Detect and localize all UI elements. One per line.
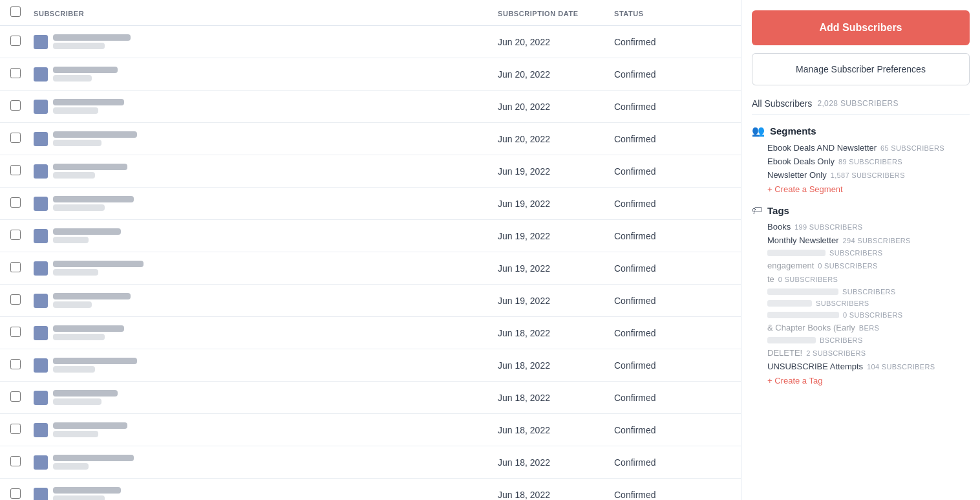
tag-item[interactable]: SUBSCRIBERS <box>752 286 970 298</box>
subscriber-email <box>53 75 92 82</box>
subscriber-cell <box>34 455 498 470</box>
row-checkbox[interactable] <box>10 36 21 46</box>
row-checkbox-col <box>10 100 34 113</box>
status-badge: Confirmed <box>614 328 730 338</box>
row-checkbox[interactable] <box>10 456 21 466</box>
tag-name: Books <box>767 222 791 232</box>
subscriber-cell <box>34 131 498 146</box>
tag-item[interactable]: UNSUBSCRIBE Attempts 104 SUBSCRIBERS <box>752 360 970 373</box>
table-row[interactable]: Jun 18, 2022 Confirmed <box>0 446 741 479</box>
table-row[interactable]: Jun 20, 2022 Confirmed <box>0 123 741 155</box>
manage-prefs-button[interactable]: Manage Subscriber Preferences <box>752 53 970 85</box>
tag-item[interactable]: engagement 0 SUBSCRIBERS <box>752 259 970 272</box>
tag-name: te <box>767 274 774 284</box>
subscriber-name <box>53 261 144 267</box>
subscription-date: Jun 18, 2022 <box>498 328 614 338</box>
table-row[interactable]: Jun 18, 2022 Confirmed <box>0 382 741 414</box>
table-row[interactable]: Jun 18, 2022 Confirmed <box>0 414 741 446</box>
all-subscribers-count: 2,028 SUBSCRIBERS <box>817 99 899 108</box>
table-body: Jun 20, 2022 Confirmed Jun 20, 2022 Conf… <box>0 26 741 500</box>
avatar <box>34 100 48 114</box>
subscriber-info <box>53 487 121 500</box>
tag-count: 0 SUBSCRIBERS <box>818 262 877 270</box>
tags-title: Tags <box>767 205 789 216</box>
tag-name-blurred <box>767 250 826 256</box>
segments-title: Segments <box>770 125 816 136</box>
table-row[interactable]: Jun 19, 2022 Confirmed <box>0 252 741 285</box>
row-checkbox[interactable] <box>10 488 21 499</box>
row-checkbox[interactable] <box>10 262 21 272</box>
tag-item[interactable]: Books 199 SUBSCRIBERS <box>752 220 970 234</box>
segment-count: 89 SUBSCRIBERS <box>838 158 902 166</box>
segment-name: Ebook Deals Only <box>767 157 835 166</box>
subscriber-name <box>53 164 127 170</box>
table-row[interactable]: Jun 18, 2022 Confirmed <box>0 349 741 382</box>
table-row[interactable]: Jun 18, 2022 Confirmed <box>0 317 741 349</box>
create-tag-link[interactable]: + Create a Tag <box>752 376 970 386</box>
header-checkbox-col <box>10 6 34 19</box>
row-checkbox-col <box>10 359 34 371</box>
row-checkbox[interactable] <box>10 133 21 143</box>
tag-item[interactable]: DELETE! 2 SUBSCRIBERS <box>752 346 970 360</box>
tag-item[interactable]: te 0 SUBSCRIBERS <box>752 272 970 286</box>
tag-item[interactable]: Monthly Newsletter 294 SUBSCRIBERS <box>752 234 970 247</box>
row-checkbox[interactable] <box>10 165 21 175</box>
subscriber-name <box>53 67 118 73</box>
row-checkbox[interactable] <box>10 100 21 111</box>
tag-name-blurred <box>767 288 838 295</box>
table-row[interactable]: Jun 20, 2022 Confirmed <box>0 58 741 91</box>
table-row[interactable]: Jun 19, 2022 Confirmed <box>0 155 741 188</box>
tag-item[interactable]: & Chapter Books (Early BERS <box>752 321 970 334</box>
subscriber-info <box>53 228 121 243</box>
row-checkbox[interactable] <box>10 391 21 402</box>
segments-header: 👥 Segments <box>752 125 970 137</box>
row-checkbox[interactable] <box>10 230 21 240</box>
row-checkbox-col <box>10 36 34 48</box>
tags-header: 🏷 Tags <box>752 204 970 216</box>
row-checkbox[interactable] <box>10 327 21 337</box>
table-row[interactable]: Jun 19, 2022 Confirmed <box>0 285 741 317</box>
create-segment-link[interactable]: + Create a Segment <box>752 184 970 194</box>
subscriber-name <box>53 325 124 332</box>
table-row[interactable]: Jun 18, 2022 Confirmed <box>0 479 741 500</box>
status-header-label: STATUS <box>614 10 644 17</box>
tag-item[interactable]: SUBSCRIBERS <box>752 298 970 309</box>
subscription-date: Jun 20, 2022 <box>498 69 614 80</box>
tag-item[interactable]: SUBSCRIBERS <box>752 247 970 259</box>
subscriber-name <box>53 196 134 202</box>
segment-item[interactable]: Ebook Deals Only 89 SUBSCRIBERS <box>752 155 970 168</box>
row-checkbox-col <box>10 133 34 145</box>
subscriber-email <box>53 398 101 405</box>
subscription-date: Jun 18, 2022 <box>498 457 614 468</box>
subscription-date: Jun 19, 2022 <box>498 263 614 274</box>
table-row[interactable]: Jun 20, 2022 Confirmed <box>0 91 741 123</box>
row-checkbox[interactable] <box>10 68 21 78</box>
subscriber-header-label: SUBSCRIBER <box>34 10 84 17</box>
table-row[interactable]: Jun 20, 2022 Confirmed <box>0 26 741 58</box>
status-badge: Confirmed <box>614 231 730 241</box>
table-row[interactable]: Jun 19, 2022 Confirmed <box>0 220 741 252</box>
row-checkbox[interactable] <box>10 294 21 305</box>
tag-item[interactable]: BSCRIBERS <box>752 334 970 346</box>
tag-name: engagement <box>767 261 814 270</box>
add-subscribers-button[interactable]: Add Subscribers <box>752 10 970 45</box>
select-all-checkbox[interactable] <box>10 6 21 17</box>
tag-count: SUBSCRIBERS <box>829 249 882 257</box>
subscriber-name <box>53 99 124 105</box>
row-checkbox-col <box>10 424 34 436</box>
subscriber-info <box>53 325 124 340</box>
segment-item[interactable]: Newsletter Only 1,587 SUBSCRIBERS <box>752 168 970 182</box>
segments-list: Ebook Deals AND Newsletter 65 SUBSCRIBER… <box>752 141 970 182</box>
segment-item[interactable]: Ebook Deals AND Newsletter 65 SUBSCRIBER… <box>752 141 970 155</box>
subscription-date: Jun 20, 2022 <box>498 37 614 47</box>
row-checkbox[interactable] <box>10 197 21 208</box>
header-status-col: STATUS <box>614 8 730 18</box>
tag-item[interactable]: 0 SUBSCRIBERS <box>752 309 970 321</box>
avatar <box>34 132 48 146</box>
table-row[interactable]: Jun 19, 2022 Confirmed <box>0 188 741 220</box>
row-checkbox[interactable] <box>10 424 21 434</box>
all-subscribers-row[interactable]: All Subscribers 2,028 SUBSCRIBERS <box>752 93 970 114</box>
row-checkbox[interactable] <box>10 359 21 369</box>
tag-name: Monthly Newsletter <box>767 235 839 245</box>
status-badge: Confirmed <box>614 134 730 144</box>
